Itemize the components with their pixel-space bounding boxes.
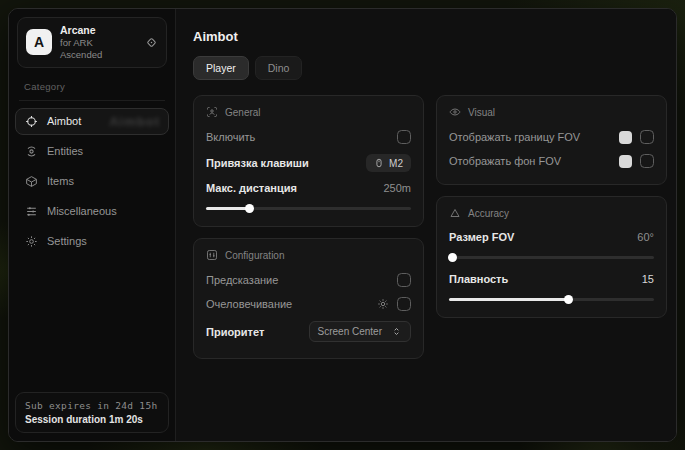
priority-label: Приоритет	[206, 326, 264, 338]
prediction-checkbox[interactable]	[397, 273, 411, 287]
priority-row: Приоритет Screen Center	[206, 316, 411, 347]
configuration-title: Configuration	[225, 250, 284, 261]
tab-bar: Player Dino	[193, 56, 667, 80]
sidebar-item-entities[interactable]: Entities	[15, 138, 169, 165]
visual-card: Visual Отображать границу FOV Отображать…	[436, 95, 667, 185]
gear-icon	[25, 235, 38, 248]
keybind-label: Привязка клавиши	[206, 157, 309, 169]
fov-bg-checkbox[interactable]	[640, 154, 654, 168]
fov-size-value: 60°	[637, 231, 654, 243]
fov-border-controls	[619, 130, 654, 144]
priority-dropdown[interactable]: Screen Center	[309, 321, 411, 342]
app-subtitle: for ARK Ascended	[60, 37, 137, 61]
humanization-controls	[377, 297, 411, 311]
distance-value: 250m	[383, 182, 411, 194]
crosshair-icon	[25, 115, 38, 128]
sidebar-item-label: Aimbot	[47, 115, 81, 127]
logo-card: A Arcane for ARK Ascended	[17, 17, 167, 68]
general-header: General	[206, 106, 411, 118]
priority-value: Screen Center	[318, 326, 382, 337]
visual-title: Visual	[468, 107, 495, 118]
fov-border-color-swatch[interactable]	[619, 131, 632, 144]
aimbot-watermark: Aimbot	[109, 114, 160, 129]
logo-text: Arcane for ARK Ascended	[60, 24, 137, 61]
smoothness-value: 15	[642, 273, 654, 285]
humanization-gear-icon[interactable]	[377, 298, 389, 310]
sliders-icon	[25, 205, 38, 218]
fov-bg-controls	[619, 154, 654, 168]
sidebar-item-label: Entities	[47, 145, 83, 157]
configuration-header: Configuration	[206, 249, 411, 261]
package-icon	[25, 175, 38, 188]
keybind-button[interactable]: M2	[366, 154, 411, 172]
page-title: Aimbot	[193, 29, 667, 44]
sidebar-item-label: Settings	[47, 235, 87, 247]
fov-border-row: Отображать границу FOV	[449, 125, 654, 149]
accuracy-title: Accuracy	[468, 208, 509, 219]
left-column: General Включить Привязка клавиши	[193, 95, 424, 359]
slider-fill	[449, 298, 568, 301]
sidebar-item-items[interactable]: Items	[15, 168, 169, 195]
distance-row: Макс. дистанция 250m	[206, 177, 411, 199]
sub-expires-text: Sub expires in 24d 15h	[25, 400, 159, 411]
smoothness-row: Плавность 15	[449, 268, 654, 290]
sidebar-item-label: Miscellaneous	[47, 205, 117, 217]
chevrons-up-down-icon	[391, 326, 402, 337]
session-duration-text: Session duration 1m 20s	[25, 414, 159, 425]
fov-border-checkbox[interactable]	[640, 130, 654, 144]
settings-columns: General Включить Привязка клавиши	[193, 95, 667, 359]
sidebar-item-settings[interactable]: Settings	[15, 228, 169, 255]
sidebar-item-label: Items	[47, 175, 74, 187]
keybind-row: Привязка клавиши M2	[206, 149, 411, 177]
smoothness-slider[interactable]	[449, 294, 654, 304]
slider-track	[449, 256, 654, 259]
sidebar-item-aimbot[interactable]: Aimbot Aimbot	[15, 108, 169, 135]
slider-thumb[interactable]	[564, 295, 573, 304]
sidebar: A Arcane for ARK Ascended Category	[9, 9, 176, 441]
distance-slider[interactable]	[206, 203, 411, 213]
tab-player[interactable]: Player	[193, 56, 249, 80]
visual-header: Visual	[449, 106, 654, 118]
tab-dino[interactable]: Dino	[255, 56, 303, 80]
eye-icon	[449, 106, 461, 118]
humanization-row: Очеловечивание	[206, 292, 411, 316]
tune-box-icon	[206, 249, 218, 261]
sidebar-item-miscellaneous[interactable]: Miscellaneous	[15, 198, 169, 225]
target-icon[interactable]	[145, 36, 158, 49]
right-column: Visual Отображать границу FOV Отображать…	[436, 95, 667, 318]
main-content: Aimbot Player Dino	[176, 9, 677, 441]
category-label: Category	[19, 81, 165, 101]
scan-icon	[25, 145, 38, 158]
fov-size-label: Размер FOV	[449, 231, 514, 243]
fov-bg-row: Отображать фон FOV	[449, 149, 654, 173]
humanization-checkbox[interactable]	[397, 297, 411, 311]
configuration-card: Configuration Предсказание Очеловечивани…	[193, 238, 424, 359]
sidebar-nav: Aimbot Aimbot Entities Items	[15, 108, 169, 255]
enable-checkbox[interactable]	[397, 130, 411, 144]
general-title: General	[225, 107, 261, 118]
fov-bg-color-swatch[interactable]	[619, 155, 632, 168]
keybind-value: M2	[389, 158, 403, 169]
prediction-label: Предсказание	[206, 274, 278, 286]
status-card: Sub expires in 24d 15h Session duration …	[15, 392, 169, 433]
fov-border-label: Отображать границу FOV	[449, 131, 580, 143]
distance-label: Макс. дистанция	[206, 182, 297, 194]
app-logo: A	[26, 29, 52, 55]
fov-size-slider[interactable]	[449, 252, 654, 262]
mouse-icon	[374, 157, 384, 169]
prediction-row: Предсказание	[206, 268, 411, 292]
slider-thumb[interactable]	[448, 253, 457, 262]
triangle-icon	[449, 207, 461, 219]
accuracy-header: Accuracy	[449, 207, 654, 219]
slider-fill	[206, 207, 249, 210]
humanization-label: Очеловечивание	[206, 298, 292, 310]
fov-size-row: Размер FOV 60°	[449, 226, 654, 248]
enable-row: Включить	[206, 125, 411, 149]
general-card: General Включить Привязка клавиши	[193, 95, 424, 227]
person-scan-icon	[206, 106, 218, 118]
slider-thumb[interactable]	[245, 204, 254, 213]
enable-label: Включить	[206, 131, 255, 143]
app-window: A Arcane for ARK Ascended Category	[8, 8, 677, 442]
fov-bg-label: Отображать фон FOV	[449, 155, 561, 167]
smoothness-label: Плавность	[449, 273, 508, 285]
